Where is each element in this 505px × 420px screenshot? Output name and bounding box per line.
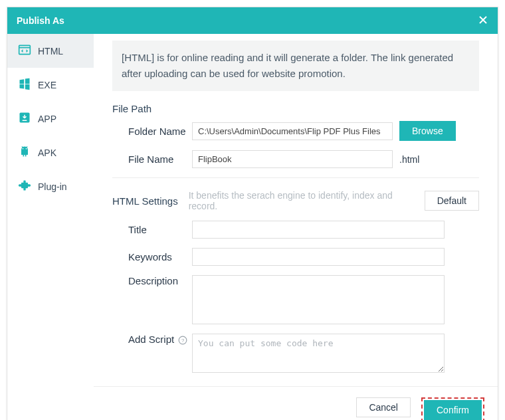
svg-point-2 [23,148,24,150]
download-app-icon [18,111,31,126]
sidebar-item-label: Plug-in [38,181,67,192]
folder-name-label: Folder Name [112,126,192,137]
help-icon[interactable]: ? [178,336,187,345]
title-label: Title [112,224,192,235]
html-settings-heading: HTML Settings [112,195,178,207]
sidebar-item-label: APP [38,114,56,124]
confirm-highlight: Confirm [421,397,484,420]
cancel-button[interactable]: Cancel [356,397,411,417]
sidebar-item-label: EXE [38,80,56,90]
svg-point-3 [26,148,27,150]
format-description: [HTML] is for online reading and it will… [112,41,479,91]
settings-hint: It benefits the serach engine to identif… [189,190,414,211]
svg-rect-0 [19,45,31,54]
confirm-button[interactable]: Confirm [424,400,482,420]
sidebar-item-plugin[interactable]: Plug-in [7,169,94,203]
svg-text:?: ? [181,338,184,344]
titlebar: Publish As [7,7,498,34]
folder-name-input[interactable] [192,122,393,140]
sidebar: HTML EXE APP APK [7,34,94,420]
sidebar-item-label: HTML [38,46,63,56]
description-label: Description [112,275,192,286]
sidebar-item-exe[interactable]: EXE [7,68,94,102]
file-name-label: File Name [112,154,192,165]
description-input[interactable] [192,275,445,324]
default-button[interactable]: Default [425,191,479,211]
dialog-title: Publish As [17,15,64,26]
dialog-footer: Cancel Confirm [94,386,498,420]
windows-icon [18,77,31,92]
add-script-input[interactable] [192,334,445,373]
main-panel: [HTML] is for online reading and it will… [94,34,498,420]
keywords-input[interactable] [192,248,445,266]
sidebar-item-label: APK [38,148,56,158]
plugin-icon [18,179,31,194]
file-extension-label: .html [399,154,419,165]
sidebar-item-app[interactable]: APP [7,102,94,136]
sidebar-item-html[interactable]: HTML [7,34,94,68]
divider [112,177,479,178]
keywords-label: Keywords [112,251,192,262]
close-icon[interactable] [478,15,488,27]
title-input[interactable] [192,221,445,239]
publish-dialog: Publish As HTML EXE [7,7,498,420]
file-path-heading: File Path [112,103,479,114]
android-icon [18,145,31,160]
browse-button[interactable]: Browse [399,121,456,141]
sidebar-item-apk[interactable]: APK [7,136,94,169]
file-name-input[interactable] [192,150,393,168]
add-script-label: Add Script ? [112,334,192,345]
html-icon [18,43,31,58]
